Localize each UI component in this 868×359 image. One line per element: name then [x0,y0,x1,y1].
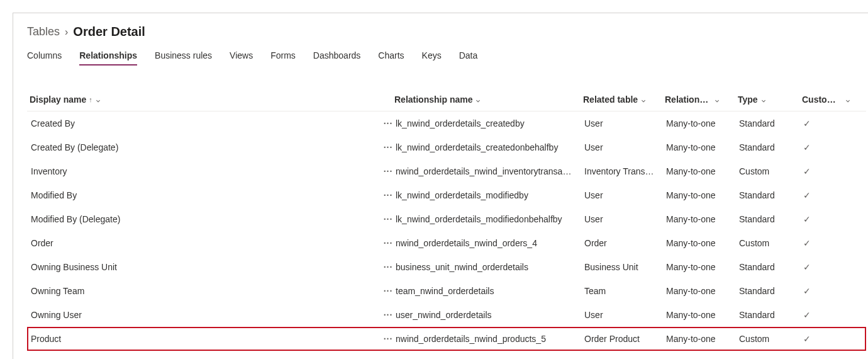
cell-display-name: Product [28,334,381,344]
cell-customizable: ✓ [801,214,857,224]
cell-type: Standard [737,286,801,296]
cell-relationship-type: Many-to-one [664,334,737,344]
more-icon[interactable]: ··· [384,216,393,222]
chevron-down-icon: ⌵ [846,96,850,103]
cell-related-table: User [582,190,664,200]
cell-relationship-name: team_nwind_orderdetails [393,286,582,296]
check-icon: ✓ [803,166,811,176]
tab-relationships[interactable]: Relationships [79,50,137,66]
check-icon: ✓ [803,262,811,272]
sort-up-icon: ↑ [89,96,92,103]
table-row[interactable]: Product ··· nwind_orderdetails_nwind_pro… [27,327,866,351]
cell-relationship-type: Many-to-one [664,214,737,224]
cell-customizable: ✓ [801,238,857,248]
table-row[interactable]: Modified By ··· lk_nwind_orderdetails_mo… [27,183,866,207]
more-icon[interactable]: ··· [384,192,393,198]
tab-dashboards[interactable]: Dashboards [313,50,361,66]
check-icon: ✓ [803,238,811,248]
cell-relationship-name: nwind_orderdetails_nwind_products_5 [393,334,582,344]
header-type[interactable]: Type ⌵ [735,94,799,105]
header-label: Type [738,94,758,105]
more-icon[interactable]: ··· [384,264,393,270]
more-icon[interactable]: ··· [384,120,393,127]
row-actions[interactable]: ··· [381,336,393,342]
cell-relationship-type: Many-to-one [664,310,737,320]
check-icon: ✓ [803,118,811,128]
tab-keys[interactable]: Keys [422,50,442,66]
row-actions[interactable]: ··· [381,288,393,294]
row-actions[interactable]: ··· [381,168,393,174]
cell-display-name: Modified By (Delegate) [28,214,381,224]
cell-related-table: Order Product [582,334,664,344]
cell-type: Custom [737,166,801,176]
tab-data[interactable]: Data [459,50,478,66]
table-row[interactable]: Purchase Order ··· nwind_orderdetails_nw… [27,351,866,359]
header-label: Related table [583,94,638,105]
cell-customizable: ✓ [801,286,857,296]
check-icon: ✓ [803,190,811,200]
check-icon: ✓ [803,310,811,320]
breadcrumb: Tables › Order Detail [27,25,866,39]
row-actions[interactable]: ··· [381,240,393,246]
tab-views[interactable]: Views [230,50,253,66]
tabs: ColumnsRelationshipsBusiness rulesViewsF… [27,50,866,66]
row-actions[interactable]: ··· [381,312,393,318]
more-icon[interactable]: ··· [384,240,393,246]
cell-display-name: Inventory [28,166,381,176]
cell-relationship-type: Many-to-one [664,142,737,152]
tab-columns[interactable]: Columns [27,50,62,66]
cell-display-name: Owning User [28,310,381,320]
cell-customizable: ✓ [801,142,857,152]
cell-display-name: Created By [28,118,381,128]
breadcrumb-current: Order Detail [73,25,145,39]
table-row[interactable]: Owning Business Unit ··· business_unit_n… [27,255,866,279]
table-row[interactable]: Owning Team ··· team_nwind_orderdetails … [27,279,866,303]
check-icon: ✓ [803,142,811,152]
cell-type: Custom [737,238,801,248]
row-actions[interactable]: ··· [381,264,393,270]
cell-customizable: ✓ [801,166,857,176]
more-icon[interactable]: ··· [384,336,393,342]
row-actions[interactable]: ··· [381,216,393,222]
header-relationship-type[interactable]: Relationshi… ⌵ [662,94,735,105]
header-label: Custom… [802,94,842,105]
cell-related-table: User [582,310,664,320]
header-actions [379,94,392,105]
chevron-down-icon: ⌵ [762,96,765,103]
cell-related-table: Business Unit [582,262,664,272]
chevron-right-icon: › [65,26,68,38]
table-row[interactable]: Modified By (Delegate) ··· lk_nwind_orde… [27,207,866,231]
row-actions[interactable]: ··· [381,144,393,151]
cell-relationship-name: business_unit_nwind_orderdetails [393,262,582,272]
cell-display-name: Owning Business Unit [28,262,381,272]
check-icon: ✓ [803,334,811,344]
header-relationship-name[interactable]: Relationship name ⌵ [392,94,581,105]
table-row[interactable]: Created By ··· lk_nwind_orderdetails_cre… [27,111,866,135]
cell-related-table: User [582,214,664,224]
more-icon[interactable]: ··· [384,288,393,294]
chevron-down-icon: ⌵ [715,96,719,103]
header-related-table[interactable]: Related table ⌵ [581,94,662,105]
cell-related-table: Inventory Trans… [582,166,664,176]
tab-business-rules[interactable]: Business rules [155,50,212,66]
table-row[interactable]: Inventory ··· nwind_orderdetails_nwind_i… [27,159,866,183]
tab-forms[interactable]: Forms [270,50,296,66]
more-icon[interactable]: ··· [384,312,393,318]
row-actions[interactable]: ··· [381,120,393,127]
check-icon: ✓ [803,214,811,224]
table-row[interactable]: Owning User ··· user_nwind_orderdetails … [27,303,866,327]
table-row[interactable]: Created By (Delegate) ··· lk_nwind_order… [27,135,866,159]
more-icon[interactable]: ··· [384,144,393,151]
cell-relationship-name: lk_nwind_orderdetails_modifiedby [393,190,582,200]
more-icon[interactable]: ··· [384,168,393,174]
breadcrumb-parent[interactable]: Tables [27,25,60,38]
cell-related-table: Order [582,238,664,248]
table-row[interactable]: Order ··· nwind_orderdetails_nwind_order… [27,231,866,255]
tab-charts[interactable]: Charts [378,50,404,66]
cell-relationship-name: user_nwind_orderdetails [393,310,582,320]
cell-relationship-name: lk_nwind_orderdetails_createdonbehalfby [393,142,582,152]
header-display-name[interactable]: Display name ↑ ⌵ [27,94,379,105]
row-actions[interactable]: ··· [381,192,393,198]
header-customizable[interactable]: Custom… ⌵ [799,94,856,105]
header-label: Display name [30,94,86,105]
